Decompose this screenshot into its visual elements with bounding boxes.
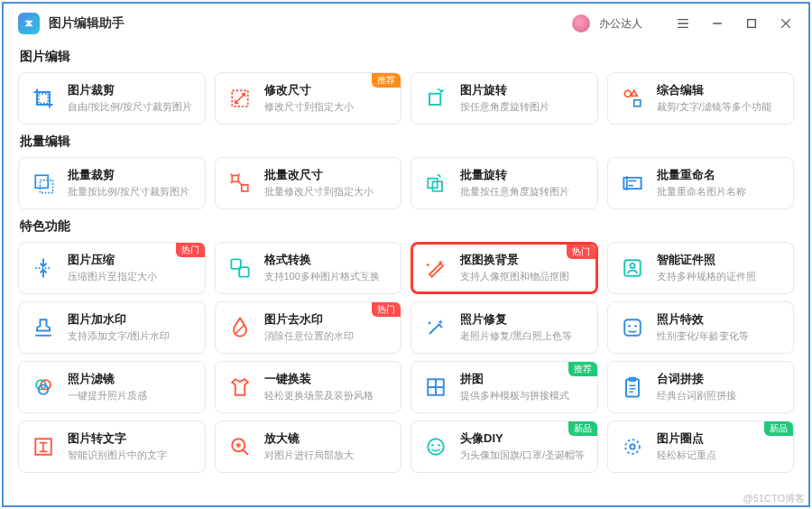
titlebar: 图片编辑助手 办公达人	[4, 4, 808, 40]
card-desc: 批量按任意角度旋转图片	[460, 185, 586, 198]
card-desc: 支持人像抠图和物品抠图	[460, 270, 586, 282]
card-desc: 支持添加文字/图片水印	[68, 329, 194, 342]
card-batch-rotate[interactable]: 批量旋转批量按任意角度旋转图片	[411, 157, 598, 209]
card-desc: 经典台词剧照拼接	[657, 389, 783, 402]
svg-rect-22	[626, 379, 639, 396]
svg-rect-5	[633, 100, 640, 106]
card-cutout[interactable]: 抠图换背景支持人像抠图和物品抠图热门	[411, 242, 598, 294]
svg-point-4	[624, 90, 631, 97]
target-icon	[619, 433, 646, 460]
card-desc: 裁剪/文字/滤镜等多个功能	[657, 100, 783, 113]
card-compress[interactable]: 图片压缩压缩图片至指定大小热门	[18, 242, 206, 294]
username[interactable]: 办公达人	[599, 16, 642, 32]
card-zoom[interactable]: 放大镜对图片进行局部放大	[215, 421, 402, 473]
card-effects[interactable]: 照片特效性别变化/年龄变化等	[607, 301, 795, 354]
content-area: 图片编辑图片裁剪自由/按比例/按尺寸裁剪图片修改尺寸修改尺寸到指定大小推荐图片旋…	[4, 40, 808, 505]
card-title: 放大镜	[264, 431, 391, 447]
card-title: 照片特效	[657, 312, 783, 328]
card-title: 拼图	[460, 372, 586, 387]
card-convert[interactable]: 格式转换支持100多种图片格式互换	[215, 242, 402, 294]
rename-icon	[619, 170, 646, 197]
card-crop[interactable]: 图片裁剪自由/按比例/按尺寸裁剪图片	[18, 72, 206, 125]
card-desc: 智能识别图片中的文字	[68, 449, 194, 461]
svg-point-26	[428, 439, 444, 455]
svg-rect-6	[35, 175, 48, 188]
svg-point-30	[630, 444, 634, 449]
filter-icon	[30, 374, 57, 401]
menu-button[interactable]	[675, 15, 691, 32]
wand-icon	[422, 255, 449, 282]
badge-recommend: 推荐	[372, 73, 401, 88]
card-title: 图片圈点	[657, 431, 783, 447]
card-desc: 性别变化/年龄变化等	[657, 329, 783, 342]
badge-hot: 热门	[176, 243, 205, 257]
card-title: 图片压缩	[68, 253, 194, 268]
card-filter[interactable]: 照片滤镜一键提升照片质感	[18, 361, 206, 413]
card-resize[interactable]: 修改尺寸修改尺寸到指定大小推荐	[215, 72, 402, 125]
badge-new: 新品	[764, 421, 793, 436]
card-add-wm[interactable]: 图片加水印支持添加文字/图片水印	[18, 301, 206, 354]
card-desc: 一键提升照片质感	[68, 389, 194, 402]
card-grid: 图片裁剪自由/按比例/按尺寸裁剪图片修改尺寸修改尺寸到指定大小推荐图片旋转按任意…	[18, 72, 794, 125]
card-title: 图片去水印	[264, 312, 391, 328]
card-title: 台词拼接	[657, 372, 783, 387]
card-desc: 消除任意位置的水印	[264, 329, 391, 342]
card-desc: 轻松更换场景及装扮风格	[264, 389, 391, 402]
card-remove-wm[interactable]: 图片去水印消除任意位置的水印热门	[215, 301, 402, 354]
convert-icon	[226, 255, 254, 282]
minimize-button[interactable]	[709, 15, 725, 32]
close-button[interactable]	[778, 15, 794, 32]
svg-rect-3	[429, 94, 440, 105]
section-title: 特色功能	[20, 218, 794, 235]
section-title: 批量编辑	[20, 134, 794, 150]
card-lines[interactable]: 台词拼接经典台词剧照拼接	[607, 361, 795, 413]
card-title: 图片旋转	[460, 83, 586, 98]
droplet-icon	[226, 314, 254, 341]
app-logo-icon	[18, 13, 40, 34]
rotate-icon	[422, 85, 449, 112]
card-avatar-diy[interactable]: 头像DIY为头像加国旗/口罩/圣诞帽等新品	[411, 421, 598, 473]
card-desc: 压缩图片至指定大小	[68, 270, 194, 282]
card-title: 格式转换	[264, 253, 391, 268]
watermark: @51CTO博客	[743, 492, 805, 505]
resize-icon	[226, 85, 254, 112]
maximize-button[interactable]	[743, 15, 760, 32]
batch-resize-icon	[226, 170, 254, 197]
card-batch-rename[interactable]: 批量重命名批量重命名图片名称	[607, 157, 795, 209]
card-desc: 修改尺寸到指定大小	[264, 100, 391, 113]
card-dress[interactable]: 一键换装轻松更换场景及装扮风格	[215, 361, 402, 413]
card-idphoto[interactable]: 智能证件照支持多种规格的证件照	[607, 242, 795, 294]
card-title: 修改尺寸	[264, 83, 391, 98]
card-desc: 按任意角度旋转图片	[460, 100, 586, 113]
svg-rect-15	[624, 319, 641, 336]
smiley-icon	[422, 433, 449, 460]
card-repair[interactable]: 照片修复老照片修复/黑白照上色等	[411, 301, 598, 354]
card-desc: 批量修改尺寸到指定大小	[264, 185, 391, 198]
card-desc: 批量重命名图片名称	[657, 185, 783, 198]
card-title: 智能证件照	[657, 253, 783, 268]
card-title: 批量重命名	[657, 168, 783, 183]
card-ocr[interactable]: 图片转文字智能识别图片中的文字	[18, 421, 206, 473]
card-focus[interactable]: 图片圈点轻松标记重点新品	[607, 421, 795, 473]
badge-new: 新品	[568, 421, 597, 436]
face-icon	[619, 314, 646, 341]
shapes-icon	[619, 85, 646, 112]
avatar[interactable]	[572, 14, 590, 32]
badge-hot: 热门	[567, 245, 595, 259]
svg-point-16	[628, 325, 631, 328]
card-batch-crop[interactable]: 批量裁剪批量按比例/按尺寸裁剪图片	[18, 157, 206, 209]
card-desc: 为头像加国旗/口罩/圣诞帽等	[460, 449, 586, 461]
card-puzzle[interactable]: 拼图提供多种模板与拼接模式推荐	[411, 361, 598, 413]
clipboard-icon	[619, 374, 646, 401]
card-desc: 轻松标记重点	[657, 449, 783, 461]
card-batch-resize[interactable]: 批量改尺寸批量修改尺寸到指定大小	[215, 157, 402, 209]
card-grid: 批量裁剪批量按比例/按尺寸裁剪图片批量改尺寸批量修改尺寸到指定大小批量旋转批量按…	[18, 157, 794, 209]
card-title: 图片加水印	[68, 312, 194, 328]
card-title: 照片滤镜	[68, 372, 194, 387]
svg-rect-7	[41, 180, 53, 193]
card-combo[interactable]: 综合编辑裁剪/文字/滤镜等多个功能	[607, 72, 795, 125]
card-rotate[interactable]: 图片旋转按任意角度旋转图片	[411, 72, 598, 125]
card-desc: 自由/按比例/按尺寸裁剪图片	[68, 100, 194, 113]
idphoto-icon	[619, 255, 646, 282]
svg-rect-0	[748, 20, 756, 28]
